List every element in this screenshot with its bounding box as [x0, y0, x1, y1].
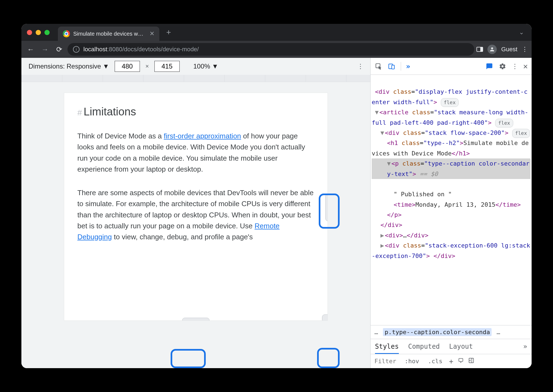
devtools-panel: » ⋮ ✕ <div class="display-flex justify-c… — [370, 58, 532, 368]
heading-text: Limitations — [84, 106, 136, 118]
elements-tree[interactable]: <div class="display-flex justify-content… — [371, 75, 532, 325]
resize-handle-bottom[interactable] — [182, 318, 210, 320]
computed-sidebar-toggle-icon[interactable] — [468, 357, 474, 365]
side-panel-icon[interactable] — [476, 47, 483, 52]
chevron-down-icon: ▼ — [212, 63, 218, 70]
url-port: :8080 — [107, 46, 122, 53]
svg-line-0 — [327, 320, 328, 320]
device-rendering-icon[interactable] — [458, 357, 464, 365]
settings-icon[interactable] — [498, 62, 507, 70]
width-input[interactable] — [115, 61, 140, 72]
more-styles-tabs[interactable]: » — [523, 343, 527, 350]
maximize-window-button[interactable] — [44, 30, 50, 35]
device-toolbar: Dimensions: Responsive ▼ × 100% ▼ ⋮ — [21, 58, 370, 75]
styles-tabs: Styles Computed Layout » — [371, 339, 532, 354]
reload-button[interactable]: ⟳ — [53, 43, 65, 55]
devtools-more-tabs[interactable]: » — [406, 62, 410, 70]
tab-bar: Simulate mobile devices with D ✕ + ⌄ — [21, 24, 532, 41]
close-window-button[interactable] — [27, 30, 32, 35]
tab-title: Simulate mobile devices with D — [73, 31, 143, 37]
url-path: /docs/devtools/device-mode/ — [122, 46, 199, 53]
zoom-label: 100% — [193, 63, 210, 70]
new-tab-button[interactable]: + — [166, 28, 171, 37]
devtools-toolbar: » ⋮ ✕ — [371, 58, 532, 75]
back-button[interactable]: ← — [25, 43, 37, 55]
styles-toolbar: :hov .cls + — [371, 354, 532, 368]
new-style-rule-button[interactable]: + — [449, 357, 453, 365]
highlight-bottom-handle — [171, 349, 206, 368]
styles-tab[interactable]: Styles — [375, 343, 399, 354]
inspect-element-icon[interactable] — [374, 62, 383, 70]
elements-breadcrumb[interactable]: … p.type--caption.color-seconda … — [371, 325, 532, 339]
feedback-icon[interactable] — [485, 62, 493, 70]
crumb-selected[interactable]: p.type--caption.color-seconda — [383, 328, 492, 336]
profile-button[interactable] — [487, 45, 497, 54]
highlight-right-handle — [319, 194, 340, 229]
omnibar-right: Guest ⋮ — [476, 45, 528, 54]
doc-paragraph-1: Think of Device Mode as a first-order ap… — [77, 130, 314, 175]
emulated-area: #Limitations Think of Device Mode as a f… — [21, 82, 370, 368]
styles-filter-input[interactable] — [374, 358, 398, 365]
tab-list-button[interactable]: ⌄ — [519, 29, 524, 36]
forward-button[interactable]: → — [39, 43, 51, 55]
hov-toggle[interactable]: :hov — [402, 357, 421, 365]
site-info-icon[interactable]: i — [73, 46, 80, 53]
doc-heading: #Limitations — [77, 106, 314, 118]
crumb-left[interactable]: … — [374, 329, 378, 336]
browser-tab[interactable]: Simulate mobile devices with D ✕ — [58, 27, 159, 41]
crumb-right[interactable]: … — [496, 329, 500, 336]
window-controls — [27, 30, 50, 35]
width-ruler[interactable] — [21, 75, 370, 82]
url-bar: ← → ⟳ i localhost:8080/docs/devtools/dev… — [21, 41, 532, 58]
devtools-close-button[interactable]: ✕ — [523, 62, 528, 71]
device-toolbar-menu[interactable]: ⋮ — [357, 63, 364, 70]
height-input[interactable] — [154, 61, 180, 72]
device-mode-panel: Dimensions: Responsive ▼ × 100% ▼ ⋮ #Lim… — [21, 58, 370, 368]
cls-toggle[interactable]: .cls — [426, 357, 445, 365]
browser-window: Simulate mobile devices with D ✕ + ⌄ ← →… — [21, 24, 532, 368]
dimensions-label: Dimensions: Responsive — [29, 63, 101, 70]
zoom-select[interactable]: 100% ▼ — [193, 63, 218, 70]
svg-rect-5 — [459, 359, 463, 362]
minimize-window-button[interactable] — [36, 30, 41, 35]
close-tab-button[interactable]: ✕ — [149, 30, 154, 37]
address-bar[interactable]: i localhost:8080/docs/devtools/device-mo… — [67, 43, 474, 56]
dimension-separator: × — [145, 63, 149, 70]
device-mode-toggle-icon[interactable] — [388, 62, 396, 70]
svg-rect-4 — [392, 65, 394, 69]
url-host: localhost — [83, 46, 107, 53]
first-order-approximation-link[interactable]: first-order approximation — [164, 132, 241, 140]
dimensions-select[interactable]: Dimensions: Responsive ▼ — [29, 63, 109, 70]
chevron-down-icon: ▼ — [103, 63, 109, 70]
highlight-corner-handle — [317, 348, 340, 368]
emulated-viewport[interactable]: #Limitations Think of Device Mode as a f… — [64, 93, 328, 320]
doc-paragraph-2: There are some aspects of mobile devices… — [77, 187, 314, 242]
computed-tab[interactable]: Computed — [408, 343, 440, 350]
chrome-favicon-icon — [63, 30, 70, 37]
heading-anchor[interactable]: # — [77, 108, 82, 117]
resize-handle-corner[interactable] — [322, 314, 328, 320]
devtools-menu-button[interactable]: ⋮ — [512, 63, 518, 70]
layout-tab[interactable]: Layout — [449, 343, 473, 350]
styles-panel: Styles Computed Layout » :hov .cls + — [371, 339, 532, 368]
elements-selected-row[interactable]: ▼<p class="type--caption color-secondary… — [372, 158, 531, 179]
profile-label: Guest — [501, 46, 517, 53]
browser-menu-button[interactable]: ⋮ — [522, 46, 528, 53]
